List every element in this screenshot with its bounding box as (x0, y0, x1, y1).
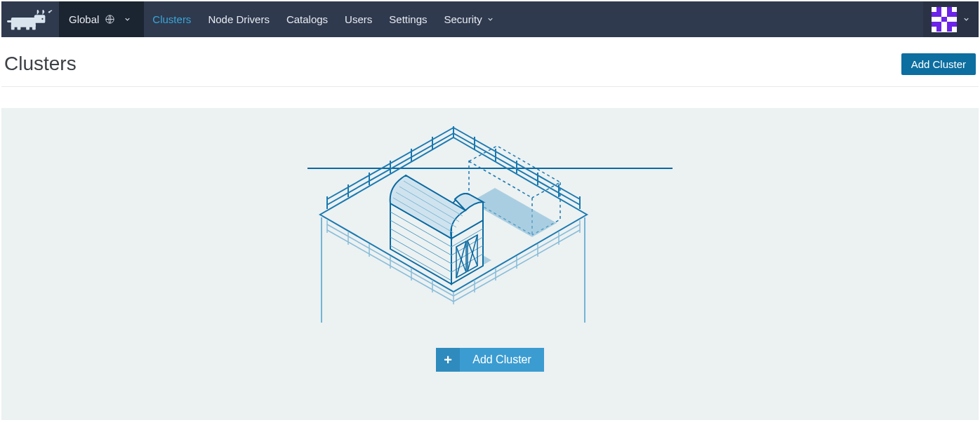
nav-label: Settings (389, 13, 427, 25)
nav-label: Users (345, 13, 372, 25)
chevron-down-icon (962, 13, 970, 26)
empty-state-cta: + Add Cluster (436, 348, 544, 372)
nav-label: Clusters (152, 13, 191, 25)
chevron-down-icon (124, 15, 131, 23)
svg-rect-3 (26, 24, 29, 29)
primary-nav: Clusters Node Drivers Catalogs Users Set… (144, 1, 502, 37)
nav-label: Node Drivers (208, 13, 270, 25)
globe-icon (105, 14, 115, 25)
empty-state: + Add Cluster (1, 108, 979, 420)
nav-catalogs[interactable]: Catalogs (278, 1, 336, 37)
chevron-down-icon (486, 13, 494, 25)
svg-point-6 (41, 18, 43, 19)
user-avatar-icon (932, 7, 957, 32)
svg-rect-7 (7, 20, 13, 22)
nav-users[interactable]: Users (336, 1, 380, 37)
page-title: Clusters (4, 53, 77, 75)
plus-icon[interactable]: + (436, 348, 460, 372)
empty-state-illustration (307, 126, 673, 323)
nav-node-drivers[interactable]: Node Drivers (199, 1, 278, 37)
scope-label: Global (69, 13, 99, 25)
top-nav: Global Clusters Node Drivers Catalogs Us… (1, 1, 979, 37)
nav-label: Catalogs (286, 13, 328, 25)
svg-rect-4 (32, 24, 36, 29)
scope-selector[interactable]: Global (59, 1, 144, 37)
page-header: Clusters Add Cluster (1, 37, 979, 87)
nav-clusters[interactable]: Clusters (144, 1, 199, 37)
user-menu[interactable] (923, 1, 979, 37)
add-cluster-button[interactable]: Add Cluster (901, 53, 976, 75)
svg-rect-5 (34, 15, 46, 23)
nav-security[interactable]: Security (435, 1, 502, 37)
rancher-cow-icon (7, 8, 53, 32)
svg-rect-2 (18, 24, 21, 29)
svg-rect-1 (11, 24, 15, 29)
add-cluster-cta-button[interactable]: Add Cluster (460, 348, 544, 372)
brand-logo[interactable] (1, 1, 59, 37)
svg-rect-0 (11, 18, 36, 27)
nav-settings[interactable]: Settings (380, 1, 435, 37)
nav-label: Security (444, 13, 482, 25)
